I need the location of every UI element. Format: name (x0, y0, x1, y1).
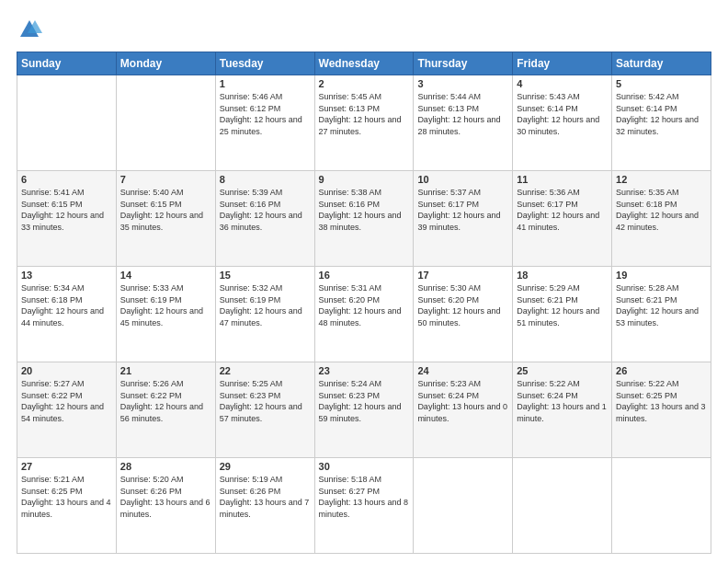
day-number: 3 (417, 78, 508, 89)
week-row-4: 20Sunrise: 5:27 AM Sunset: 6:22 PM Dayli… (17, 362, 711, 458)
day-number: 8 (220, 174, 311, 185)
day-cell: 19Sunrise: 5:28 AM Sunset: 6:21 PM Dayli… (612, 267, 711, 362)
day-cell: 7Sunrise: 5:40 AM Sunset: 6:15 PM Daylig… (116, 171, 215, 267)
day-info: Sunrise: 5:18 AM Sunset: 6:27 PM Dayligh… (319, 474, 410, 520)
day-info: Sunrise: 5:42 AM Sunset: 6:14 PM Dayligh… (616, 91, 707, 137)
day-number: 29 (220, 461, 311, 472)
day-info: Sunrise: 5:28 AM Sunset: 6:21 PM Dayligh… (616, 282, 707, 328)
day-number: 23 (319, 365, 410, 376)
day-number: 5 (616, 78, 707, 89)
day-cell: 22Sunrise: 5:25 AM Sunset: 6:23 PM Dayli… (215, 362, 314, 458)
week-row-5: 27Sunrise: 5:21 AM Sunset: 6:25 PM Dayli… (17, 458, 711, 554)
day-number: 1 (220, 78, 311, 89)
day-cell: 3Sunrise: 5:44 AM Sunset: 6:13 PM Daylig… (414, 75, 513, 171)
day-number: 17 (417, 270, 508, 281)
day-cell: 17Sunrise: 5:30 AM Sunset: 6:20 PM Dayli… (414, 267, 513, 362)
day-info: Sunrise: 5:20 AM Sunset: 6:26 PM Dayligh… (120, 474, 211, 520)
day-cell: 13Sunrise: 5:34 AM Sunset: 6:18 PM Dayli… (17, 267, 117, 362)
day-cell (116, 75, 215, 171)
day-number: 7 (120, 174, 211, 185)
day-info: Sunrise: 5:21 AM Sunset: 6:25 PM Dayligh… (21, 474, 112, 520)
day-number: 25 (517, 365, 608, 376)
day-cell (513, 458, 612, 554)
day-info: Sunrise: 5:33 AM Sunset: 6:19 PM Dayligh… (120, 282, 211, 328)
day-cell: 11Sunrise: 5:36 AM Sunset: 6:17 PM Dayli… (513, 171, 612, 267)
day-cell: 23Sunrise: 5:24 AM Sunset: 6:23 PM Dayli… (314, 362, 414, 458)
weekday-header-row: SundayMondayTuesdayWednesdayThursdayFrid… (17, 52, 711, 75)
day-cell: 16Sunrise: 5:31 AM Sunset: 6:20 PM Dayli… (314, 267, 414, 362)
day-cell: 14Sunrise: 5:33 AM Sunset: 6:19 PM Dayli… (116, 267, 215, 362)
day-info: Sunrise: 5:27 AM Sunset: 6:22 PM Dayligh… (21, 378, 112, 424)
day-cell: 8Sunrise: 5:39 AM Sunset: 6:16 PM Daylig… (215, 171, 314, 267)
day-info: Sunrise: 5:22 AM Sunset: 6:24 PM Dayligh… (517, 378, 608, 424)
day-number: 20 (21, 365, 112, 376)
day-info: Sunrise: 5:35 AM Sunset: 6:18 PM Dayligh… (616, 187, 707, 233)
day-number: 6 (21, 174, 112, 185)
weekday-friday: Friday (513, 52, 612, 75)
page: SundayMondayTuesdayWednesdayThursdayFrid… (0, 0, 728, 563)
day-number: 22 (220, 365, 311, 376)
day-cell: 28Sunrise: 5:20 AM Sunset: 6:26 PM Dayli… (116, 458, 215, 554)
day-number: 16 (319, 270, 410, 281)
week-row-1: 1Sunrise: 5:46 AM Sunset: 6:12 PM Daylig… (17, 75, 711, 171)
day-cell: 1Sunrise: 5:46 AM Sunset: 6:12 PM Daylig… (215, 75, 314, 171)
calendar-header: SundayMondayTuesdayWednesdayThursdayFrid… (17, 52, 711, 75)
day-cell: 29Sunrise: 5:19 AM Sunset: 6:26 PM Dayli… (215, 458, 314, 554)
day-number: 28 (120, 461, 211, 472)
day-info: Sunrise: 5:25 AM Sunset: 6:23 PM Dayligh… (220, 378, 311, 424)
day-number: 26 (616, 365, 707, 376)
day-info: Sunrise: 5:23 AM Sunset: 6:24 PM Dayligh… (417, 378, 508, 424)
day-number: 12 (616, 174, 707, 185)
day-cell: 6Sunrise: 5:41 AM Sunset: 6:15 PM Daylig… (17, 171, 117, 267)
day-number: 2 (319, 78, 410, 89)
weekday-thursday: Thursday (414, 52, 513, 75)
day-cell: 24Sunrise: 5:23 AM Sunset: 6:24 PM Dayli… (414, 362, 513, 458)
day-cell: 20Sunrise: 5:27 AM Sunset: 6:22 PM Dayli… (17, 362, 117, 458)
day-info: Sunrise: 5:46 AM Sunset: 6:12 PM Dayligh… (220, 91, 311, 137)
day-cell: 15Sunrise: 5:32 AM Sunset: 6:19 PM Dayli… (215, 267, 314, 362)
day-number: 18 (517, 270, 608, 281)
day-number: 4 (517, 78, 608, 89)
day-info: Sunrise: 5:32 AM Sunset: 6:19 PM Dayligh… (220, 282, 311, 328)
day-info: Sunrise: 5:38 AM Sunset: 6:16 PM Dayligh… (319, 187, 410, 233)
week-row-2: 6Sunrise: 5:41 AM Sunset: 6:15 PM Daylig… (17, 171, 711, 267)
day-number: 27 (21, 461, 112, 472)
weekday-sunday: Sunday (17, 52, 117, 75)
day-info: Sunrise: 5:37 AM Sunset: 6:17 PM Dayligh… (417, 187, 508, 233)
day-cell (612, 458, 711, 554)
weekday-wednesday: Wednesday (314, 52, 414, 75)
header (17, 17, 711, 42)
day-info: Sunrise: 5:45 AM Sunset: 6:13 PM Dayligh… (319, 91, 410, 137)
day-cell: 5Sunrise: 5:42 AM Sunset: 6:14 PM Daylig… (612, 75, 711, 171)
day-info: Sunrise: 5:29 AM Sunset: 6:21 PM Dayligh… (517, 282, 608, 328)
day-info: Sunrise: 5:19 AM Sunset: 6:26 PM Dayligh… (220, 474, 311, 520)
day-info: Sunrise: 5:41 AM Sunset: 6:15 PM Dayligh… (21, 187, 112, 233)
day-cell (414, 458, 513, 554)
logo-icon (17, 17, 42, 42)
day-info: Sunrise: 5:43 AM Sunset: 6:14 PM Dayligh… (517, 91, 608, 137)
day-cell: 25Sunrise: 5:22 AM Sunset: 6:24 PM Dayli… (513, 362, 612, 458)
day-number: 13 (21, 270, 112, 281)
day-number: 10 (417, 174, 508, 185)
day-info: Sunrise: 5:22 AM Sunset: 6:25 PM Dayligh… (616, 378, 707, 424)
calendar-body: 1Sunrise: 5:46 AM Sunset: 6:12 PM Daylig… (17, 75, 711, 554)
day-info: Sunrise: 5:24 AM Sunset: 6:23 PM Dayligh… (319, 378, 410, 424)
day-cell (17, 75, 117, 171)
day-number: 15 (220, 270, 311, 281)
day-number: 30 (319, 461, 410, 472)
day-number: 24 (417, 365, 508, 376)
day-info: Sunrise: 5:31 AM Sunset: 6:20 PM Dayligh… (319, 282, 410, 328)
day-cell: 10Sunrise: 5:37 AM Sunset: 6:17 PM Dayli… (414, 171, 513, 267)
day-info: Sunrise: 5:36 AM Sunset: 6:17 PM Dayligh… (517, 187, 608, 233)
day-cell: 30Sunrise: 5:18 AM Sunset: 6:27 PM Dayli… (314, 458, 414, 554)
day-cell: 18Sunrise: 5:29 AM Sunset: 6:21 PM Dayli… (513, 267, 612, 362)
logo (17, 17, 46, 42)
day-cell: 2Sunrise: 5:45 AM Sunset: 6:13 PM Daylig… (314, 75, 414, 171)
day-number: 19 (616, 270, 707, 281)
day-cell: 21Sunrise: 5:26 AM Sunset: 6:22 PM Dayli… (116, 362, 215, 458)
day-cell: 9Sunrise: 5:38 AM Sunset: 6:16 PM Daylig… (314, 171, 414, 267)
day-number: 21 (120, 365, 211, 376)
day-cell: 4Sunrise: 5:43 AM Sunset: 6:14 PM Daylig… (513, 75, 612, 171)
week-row-3: 13Sunrise: 5:34 AM Sunset: 6:18 PM Dayli… (17, 267, 711, 362)
weekday-saturday: Saturday (612, 52, 711, 75)
